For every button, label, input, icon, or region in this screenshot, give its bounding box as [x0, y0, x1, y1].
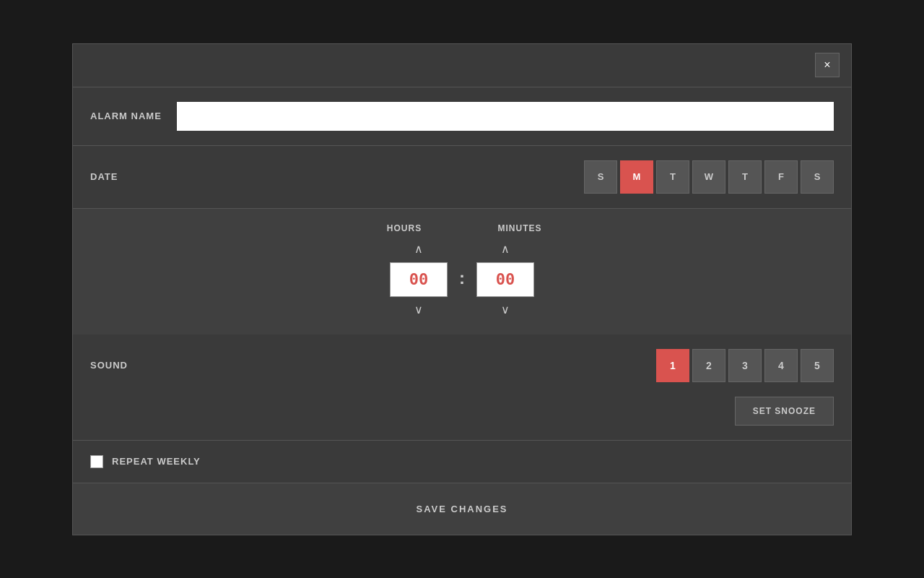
- day-sat[interactable]: S: [801, 160, 834, 194]
- minutes-up-button[interactable]: [476, 239, 534, 259]
- hours-column: 00: [390, 239, 448, 320]
- time-section: HOURS MINUTES 00 : 00: [73, 209, 851, 335]
- day-sun[interactable]: S: [584, 160, 617, 194]
- alarm-modal: × ALARM NAME DATE S M T W T F S HOURS MI…: [72, 43, 852, 535]
- day-mon[interactable]: M: [620, 160, 653, 194]
- repeat-section: REPEAT WEEKLY: [73, 441, 851, 483]
- modal-header: ×: [73, 44, 851, 87]
- sound-btn-3[interactable]: 3: [728, 349, 762, 382]
- alarm-name-label: ALARM NAME: [90, 111, 162, 121]
- repeat-weekly-label: REPEAT WEEKLY: [112, 456, 201, 467]
- time-controls: 00 : 00: [390, 239, 534, 320]
- hours-up-button[interactable]: [390, 239, 448, 259]
- chevron-up-icon: [414, 242, 423, 256]
- save-changes-button[interactable]: SAVE CHANGES: [84, 495, 840, 523]
- hours-down-button[interactable]: [390, 300, 448, 320]
- sound-btn-5[interactable]: 5: [801, 349, 834, 382]
- sound-btn-1[interactable]: 1: [656, 349, 689, 382]
- date-label: DATE: [90, 171, 162, 182]
- sound-btn-4[interactable]: 4: [764, 349, 798, 382]
- alarm-name-input[interactable]: [177, 102, 834, 131]
- sound-label: SOUND: [90, 360, 162, 371]
- chevron-down-icon: [414, 303, 423, 316]
- sound-btn-2[interactable]: 2: [692, 349, 725, 382]
- day-tue[interactable]: T: [656, 160, 689, 194]
- repeat-weekly-checkbox[interactable]: [90, 455, 103, 468]
- minutes-column: 00: [476, 239, 534, 320]
- time-colon: :: [459, 268, 465, 288]
- date-section: DATE S M T W T F S: [73, 146, 851, 209]
- day-thu[interactable]: T: [728, 160, 762, 194]
- chevron-up-icon-min: [501, 242, 510, 256]
- minutes-display: 00: [476, 262, 534, 297]
- sound-buttons: 1 2 3 4 5: [656, 349, 834, 382]
- day-wed[interactable]: W: [692, 160, 725, 194]
- sound-section: SOUND 1 2 3 4 5 SET SNOOZE: [73, 335, 851, 441]
- day-fri[interactable]: F: [764, 160, 798, 194]
- time-labels: HOURS MINUTES: [375, 223, 549, 233]
- hours-label: HOURS: [375, 223, 433, 233]
- set-snooze-button[interactable]: SET SNOOZE: [735, 397, 834, 426]
- snooze-row: SET SNOOZE: [90, 397, 834, 426]
- hours-display: 00: [390, 262, 448, 297]
- day-buttons: S M T W T F S: [584, 160, 834, 194]
- minutes-label: MINUTES: [491, 223, 549, 233]
- footer: SAVE CHANGES: [73, 483, 851, 535]
- sound-row: SOUND 1 2 3 4 5: [90, 349, 834, 382]
- minutes-down-button[interactable]: [476, 300, 534, 320]
- alarm-name-section: ALARM NAME: [73, 87, 851, 146]
- chevron-down-icon-min: [501, 303, 510, 316]
- close-button[interactable]: ×: [815, 53, 840, 77]
